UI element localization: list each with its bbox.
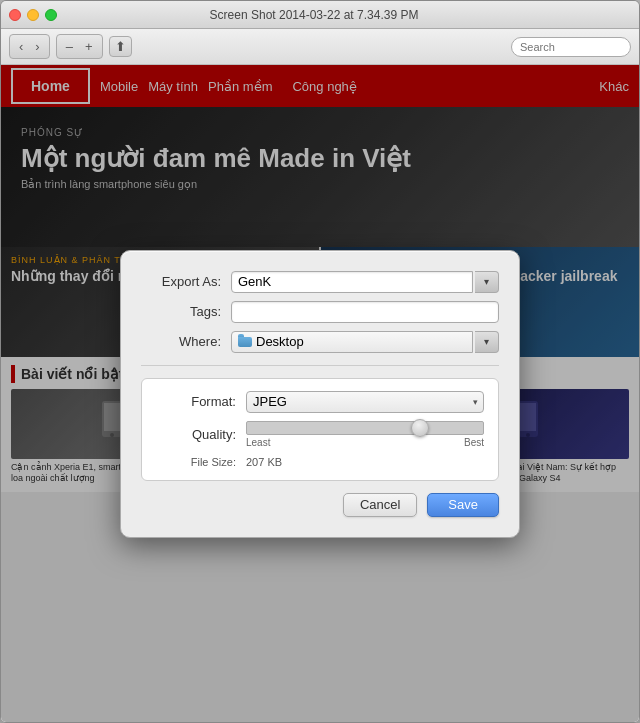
format-select[interactable]: JPEG PNG TIFF PDF bbox=[246, 391, 484, 413]
folder-icon bbox=[238, 337, 252, 347]
quality-label: Quality: bbox=[156, 427, 246, 442]
format-row: Format: JPEG PNG TIFF PDF ▾ bbox=[156, 391, 484, 413]
content-area: Home Mobile Máy tính Phần mềm Công nghệ … bbox=[1, 65, 639, 722]
cancel-button[interactable]: Cancel bbox=[343, 493, 417, 517]
search-input[interactable] bbox=[511, 37, 631, 57]
save-button[interactable]: Save bbox=[427, 493, 499, 517]
tags-row: Tags: bbox=[141, 301, 499, 323]
tags-input[interactable] bbox=[231, 301, 499, 323]
export-as-dropdown[interactable]: ▾ bbox=[475, 271, 499, 293]
zoom-out-button[interactable]: – bbox=[61, 37, 78, 56]
quality-best-label: Best bbox=[464, 437, 484, 448]
where-label: Where: bbox=[141, 334, 231, 349]
file-size-value: 207 KB bbox=[246, 456, 282, 468]
file-size-label: File Size: bbox=[156, 456, 246, 468]
zoom-in-button[interactable]: + bbox=[80, 37, 98, 56]
slider-labels: Least Best bbox=[246, 437, 484, 448]
format-section: Format: JPEG PNG TIFF PDF ▾ bbox=[141, 378, 499, 481]
export-as-row: Export As: ▾ bbox=[141, 271, 499, 293]
where-display: Desktop bbox=[231, 331, 473, 353]
titlebar: Screen Shot 2014-03-22 at 7.34.39 PM bbox=[1, 1, 639, 29]
quality-slider[interactable] bbox=[246, 421, 484, 435]
format-select-wrapper: JPEG PNG TIFF PDF ▾ bbox=[246, 391, 484, 413]
back-button[interactable]: ‹ bbox=[14, 37, 28, 56]
where-value: Desktop bbox=[256, 334, 304, 349]
format-label: Format: bbox=[156, 394, 246, 409]
tags-label: Tags: bbox=[141, 304, 231, 319]
dialog-divider bbox=[141, 365, 499, 366]
toolbar: ‹ › – + ⬆ bbox=[1, 29, 639, 65]
dialog-buttons: Cancel Save bbox=[141, 493, 499, 517]
quality-slider-container: Least Best bbox=[246, 421, 484, 448]
nav-group: ‹ › bbox=[9, 34, 50, 59]
zoom-group: – + bbox=[56, 34, 103, 59]
export-as-label: Export As: bbox=[141, 274, 231, 289]
share-button[interactable]: ⬆ bbox=[109, 36, 132, 57]
quality-least-label: Least bbox=[246, 437, 270, 448]
where-dropdown[interactable]: ▾ bbox=[475, 331, 499, 353]
export-dialog: Export As: ▾ Tags: Where: bbox=[120, 250, 520, 538]
forward-button[interactable]: › bbox=[30, 37, 44, 56]
quality-row: Quality: Least Best bbox=[156, 421, 484, 448]
window-title: Screen Shot 2014-03-22 at 7.34.39 PM bbox=[0, 8, 631, 22]
file-size-row: File Size: 207 KB bbox=[156, 456, 484, 468]
export-as-input[interactable] bbox=[231, 271, 473, 293]
modal-overlay: Export As: ▾ Tags: Where: bbox=[1, 65, 639, 722]
where-field-group: Desktop ▾ bbox=[231, 331, 499, 353]
export-as-field-group: ▾ bbox=[231, 271, 499, 293]
main-window: Screen Shot 2014-03-22 at 7.34.39 PM ‹ ›… bbox=[0, 0, 640, 723]
where-row: Where: Desktop ▾ bbox=[141, 331, 499, 353]
